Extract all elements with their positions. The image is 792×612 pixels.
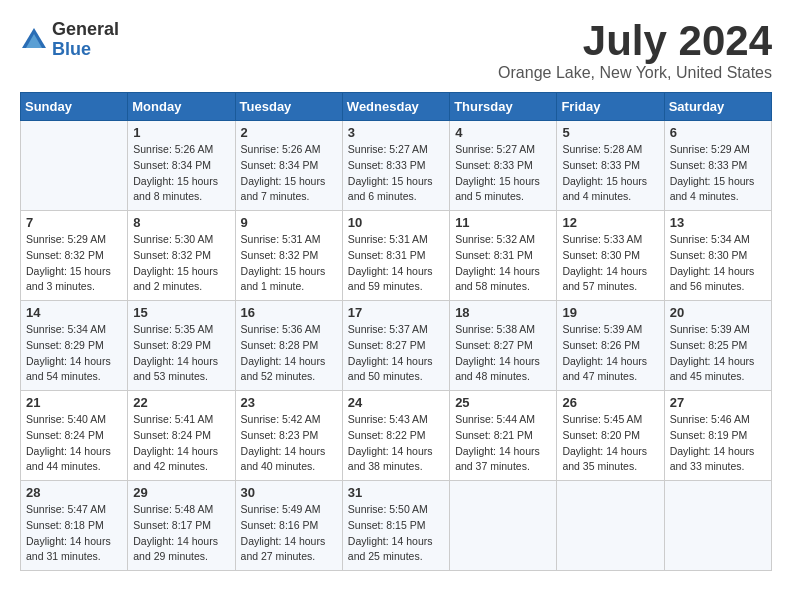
day-number: 16: [241, 305, 337, 320]
day-number: 26: [562, 395, 658, 410]
day-number: 29: [133, 485, 229, 500]
day-info: Sunrise: 5:37 AM Sunset: 8:27 PM Dayligh…: [348, 322, 444, 385]
calendar-cell: 14Sunrise: 5:34 AM Sunset: 8:29 PM Dayli…: [21, 301, 128, 391]
day-info: Sunrise: 5:34 AM Sunset: 8:29 PM Dayligh…: [26, 322, 122, 385]
day-info: Sunrise: 5:44 AM Sunset: 8:21 PM Dayligh…: [455, 412, 551, 475]
day-number: 31: [348, 485, 444, 500]
header-monday: Monday: [128, 93, 235, 121]
calendar-cell: 21Sunrise: 5:40 AM Sunset: 8:24 PM Dayli…: [21, 391, 128, 481]
day-number: 12: [562, 215, 658, 230]
day-info: Sunrise: 5:43 AM Sunset: 8:22 PM Dayligh…: [348, 412, 444, 475]
calendar-cell: [450, 481, 557, 571]
day-number: 11: [455, 215, 551, 230]
day-info: Sunrise: 5:35 AM Sunset: 8:29 PM Dayligh…: [133, 322, 229, 385]
day-number: 8: [133, 215, 229, 230]
calendar-cell: 29Sunrise: 5:48 AM Sunset: 8:17 PM Dayli…: [128, 481, 235, 571]
day-info: Sunrise: 5:29 AM Sunset: 8:32 PM Dayligh…: [26, 232, 122, 295]
day-number: 1: [133, 125, 229, 140]
header-wednesday: Wednesday: [342, 93, 449, 121]
day-number: 19: [562, 305, 658, 320]
calendar-week-2: 7Sunrise: 5:29 AM Sunset: 8:32 PM Daylig…: [21, 211, 772, 301]
day-info: Sunrise: 5:50 AM Sunset: 8:15 PM Dayligh…: [348, 502, 444, 565]
day-number: 5: [562, 125, 658, 140]
calendar-cell: 5Sunrise: 5:28 AM Sunset: 8:33 PM Daylig…: [557, 121, 664, 211]
calendar-cell: 1Sunrise: 5:26 AM Sunset: 8:34 PM Daylig…: [128, 121, 235, 211]
day-number: 24: [348, 395, 444, 410]
calendar-cell: 8Sunrise: 5:30 AM Sunset: 8:32 PM Daylig…: [128, 211, 235, 301]
calendar-cell: 31Sunrise: 5:50 AM Sunset: 8:15 PM Dayli…: [342, 481, 449, 571]
day-number: 15: [133, 305, 229, 320]
calendar-cell: [21, 121, 128, 211]
calendar-cell: 2Sunrise: 5:26 AM Sunset: 8:34 PM Daylig…: [235, 121, 342, 211]
day-info: Sunrise: 5:46 AM Sunset: 8:19 PM Dayligh…: [670, 412, 766, 475]
calendar-cell: 24Sunrise: 5:43 AM Sunset: 8:22 PM Dayli…: [342, 391, 449, 481]
logo-text: General Blue: [52, 20, 119, 60]
calendar-cell: 30Sunrise: 5:49 AM Sunset: 8:16 PM Dayli…: [235, 481, 342, 571]
day-number: 14: [26, 305, 122, 320]
location: Orange Lake, New York, United States: [498, 64, 772, 82]
logo-general: General: [52, 20, 119, 40]
calendar-week-5: 28Sunrise: 5:47 AM Sunset: 8:18 PM Dayli…: [21, 481, 772, 571]
calendar-table: SundayMondayTuesdayWednesdayThursdayFrid…: [20, 92, 772, 571]
day-number: 10: [348, 215, 444, 230]
month-title: July 2024: [498, 20, 772, 62]
calendar-cell: 10Sunrise: 5:31 AM Sunset: 8:31 PM Dayli…: [342, 211, 449, 301]
header-thursday: Thursday: [450, 93, 557, 121]
calendar-cell: 15Sunrise: 5:35 AM Sunset: 8:29 PM Dayli…: [128, 301, 235, 391]
calendar-cell: 9Sunrise: 5:31 AM Sunset: 8:32 PM Daylig…: [235, 211, 342, 301]
calendar-cell: 4Sunrise: 5:27 AM Sunset: 8:33 PM Daylig…: [450, 121, 557, 211]
calendar-cell: 11Sunrise: 5:32 AM Sunset: 8:31 PM Dayli…: [450, 211, 557, 301]
calendar-cell: 20Sunrise: 5:39 AM Sunset: 8:25 PM Dayli…: [664, 301, 771, 391]
page-header: General Blue July 2024 Orange Lake, New …: [20, 20, 772, 82]
day-number: 9: [241, 215, 337, 230]
day-info: Sunrise: 5:45 AM Sunset: 8:20 PM Dayligh…: [562, 412, 658, 475]
day-number: 20: [670, 305, 766, 320]
calendar-week-3: 14Sunrise: 5:34 AM Sunset: 8:29 PM Dayli…: [21, 301, 772, 391]
day-number: 28: [26, 485, 122, 500]
calendar-cell: [664, 481, 771, 571]
calendar-week-1: 1Sunrise: 5:26 AM Sunset: 8:34 PM Daylig…: [21, 121, 772, 211]
calendar-cell: 26Sunrise: 5:45 AM Sunset: 8:20 PM Dayli…: [557, 391, 664, 481]
header-friday: Friday: [557, 93, 664, 121]
header-saturday: Saturday: [664, 93, 771, 121]
logo: General Blue: [20, 20, 119, 60]
day-info: Sunrise: 5:39 AM Sunset: 8:26 PM Dayligh…: [562, 322, 658, 385]
calendar-cell: 3Sunrise: 5:27 AM Sunset: 8:33 PM Daylig…: [342, 121, 449, 211]
day-number: 7: [26, 215, 122, 230]
calendar-cell: [557, 481, 664, 571]
day-number: 2: [241, 125, 337, 140]
day-number: 25: [455, 395, 551, 410]
calendar-cell: 25Sunrise: 5:44 AM Sunset: 8:21 PM Dayli…: [450, 391, 557, 481]
day-number: 22: [133, 395, 229, 410]
day-info: Sunrise: 5:31 AM Sunset: 8:31 PM Dayligh…: [348, 232, 444, 295]
calendar-cell: 12Sunrise: 5:33 AM Sunset: 8:30 PM Dayli…: [557, 211, 664, 301]
calendar-cell: 6Sunrise: 5:29 AM Sunset: 8:33 PM Daylig…: [664, 121, 771, 211]
day-info: Sunrise: 5:42 AM Sunset: 8:23 PM Dayligh…: [241, 412, 337, 475]
calendar-cell: 22Sunrise: 5:41 AM Sunset: 8:24 PM Dayli…: [128, 391, 235, 481]
day-info: Sunrise: 5:39 AM Sunset: 8:25 PM Dayligh…: [670, 322, 766, 385]
calendar-cell: 16Sunrise: 5:36 AM Sunset: 8:28 PM Dayli…: [235, 301, 342, 391]
calendar-cell: 27Sunrise: 5:46 AM Sunset: 8:19 PM Dayli…: [664, 391, 771, 481]
day-info: Sunrise: 5:48 AM Sunset: 8:17 PM Dayligh…: [133, 502, 229, 565]
day-info: Sunrise: 5:27 AM Sunset: 8:33 PM Dayligh…: [348, 142, 444, 205]
day-info: Sunrise: 5:47 AM Sunset: 8:18 PM Dayligh…: [26, 502, 122, 565]
calendar-cell: 7Sunrise: 5:29 AM Sunset: 8:32 PM Daylig…: [21, 211, 128, 301]
day-number: 13: [670, 215, 766, 230]
calendar-week-4: 21Sunrise: 5:40 AM Sunset: 8:24 PM Dayli…: [21, 391, 772, 481]
day-info: Sunrise: 5:34 AM Sunset: 8:30 PM Dayligh…: [670, 232, 766, 295]
calendar-cell: 23Sunrise: 5:42 AM Sunset: 8:23 PM Dayli…: [235, 391, 342, 481]
logo-blue: Blue: [52, 40, 119, 60]
logo-icon: [20, 26, 48, 54]
calendar-cell: 17Sunrise: 5:37 AM Sunset: 8:27 PM Dayli…: [342, 301, 449, 391]
calendar-cell: 13Sunrise: 5:34 AM Sunset: 8:30 PM Dayli…: [664, 211, 771, 301]
day-info: Sunrise: 5:31 AM Sunset: 8:32 PM Dayligh…: [241, 232, 337, 295]
day-number: 21: [26, 395, 122, 410]
day-number: 6: [670, 125, 766, 140]
day-number: 18: [455, 305, 551, 320]
day-info: Sunrise: 5:29 AM Sunset: 8:33 PM Dayligh…: [670, 142, 766, 205]
day-info: Sunrise: 5:40 AM Sunset: 8:24 PM Dayligh…: [26, 412, 122, 475]
day-info: Sunrise: 5:30 AM Sunset: 8:32 PM Dayligh…: [133, 232, 229, 295]
calendar-cell: 28Sunrise: 5:47 AM Sunset: 8:18 PM Dayli…: [21, 481, 128, 571]
day-number: 3: [348, 125, 444, 140]
day-info: Sunrise: 5:41 AM Sunset: 8:24 PM Dayligh…: [133, 412, 229, 475]
